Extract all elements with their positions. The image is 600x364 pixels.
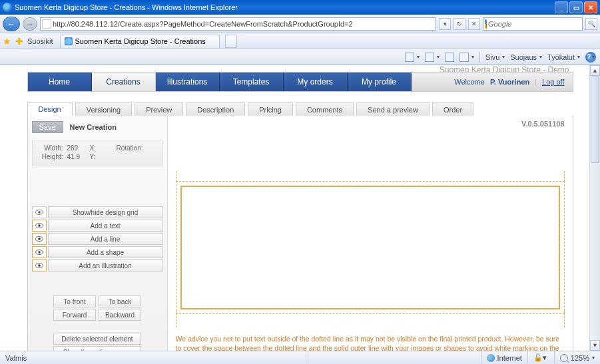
address-input[interactable] — [53, 20, 434, 28]
add-text-button[interactable]: Add a text — [48, 220, 163, 232]
refresh-button[interactable]: ↻ — [453, 18, 465, 30]
print-menu[interactable] — [459, 53, 474, 62]
nav-creations[interactable]: Creations — [92, 73, 156, 91]
advice-text: We advice you not to put text outside of… — [176, 334, 565, 351]
backward-button[interactable]: Backward — [99, 309, 141, 321]
delete-element-button[interactable]: Delete selected element — [53, 333, 141, 345]
bleed-guide-extension — [176, 310, 565, 327]
print-icon — [459, 53, 469, 62]
width-label: Width: — [38, 144, 63, 152]
logoff-link[interactable]: Log off — [542, 78, 564, 86]
browser-nav-toolbar: ← → ▾ ↻ ✕ 🔍 — [0, 15, 600, 33]
nav-myprofile[interactable]: My profile — [348, 73, 412, 91]
subtabs: Design Versioning Preview Description Pr… — [27, 102, 573, 116]
line-visibility-toggle[interactable] — [32, 233, 47, 245]
store-demo-label: Suomen Kerta Digicup Store - Demo — [27, 65, 573, 72]
x-label: X: — [90, 144, 99, 152]
tools-menu[interactable]: Työkalut — [547, 53, 580, 61]
add-line-button[interactable]: Add a line — [48, 233, 163, 245]
height-label: Height: — [38, 153, 63, 160]
add-illustration-button[interactable]: Add an illustration — [48, 260, 163, 272]
save-button[interactable]: Save — [32, 121, 63, 133]
illustration-visibility-toggle[interactable] — [32, 260, 47, 272]
tab-description[interactable]: Description — [186, 102, 245, 116]
tab-preview[interactable]: Preview — [135, 102, 183, 116]
stop-button[interactable]: ✕ — [468, 18, 480, 30]
grid-visibility-toggle[interactable] — [32, 206, 47, 218]
address-bar[interactable] — [40, 17, 436, 31]
scroll-down-arrow[interactable]: ▼ — [590, 340, 600, 351]
window-maximize-button[interactable]: ▭ — [569, 1, 583, 13]
nav-illustrations[interactable]: Illustrations — [156, 73, 220, 91]
svg-point-7 — [38, 251, 41, 254]
scroll-thumb[interactable] — [591, 77, 599, 163]
page-menu[interactable]: Sivu — [485, 53, 505, 61]
text-visibility-toggle[interactable] — [32, 220, 47, 232]
separator: | — [535, 78, 537, 86]
width-value: 269 — [67, 144, 86, 152]
tab-sendpreview[interactable]: Send a preview — [356, 102, 430, 116]
search-box[interactable] — [483, 17, 583, 31]
shape-visibility-toggle[interactable] — [32, 246, 47, 258]
page-icon — [42, 19, 51, 29]
add-shape-button[interactable]: Add a shape — [48, 246, 163, 258]
favorites-bar: ★ ✚ Suosikit Suomen Kerta Digicup Store … — [0, 33, 600, 49]
tab-pricing[interactable]: Pricing — [248, 102, 293, 116]
scroll-up-arrow[interactable]: ▲ — [590, 65, 600, 76]
feeds-menu[interactable] — [425, 53, 440, 62]
to-front-button[interactable]: To front — [53, 295, 96, 307]
add-favorite-icon[interactable]: ✚ — [15, 36, 23, 47]
nav-home[interactable]: Home — [28, 73, 92, 91]
addressbar-dropdown[interactable]: ▾ — [439, 18, 451, 30]
canvas-wrapper — [176, 181, 565, 327]
tab-order[interactable]: Order — [432, 102, 473, 116]
y-label: Y: — [90, 153, 99, 160]
search-go-button[interactable]: 🔍 — [585, 18, 597, 30]
creation-title: New Creation — [70, 123, 117, 131]
window-close-button[interactable]: ✕ — [584, 1, 597, 13]
username: P. Vuorinen — [490, 78, 529, 86]
forward-button[interactable]: Forward — [53, 309, 96, 321]
tab-versioning[interactable]: Versioning — [75, 102, 132, 116]
command-bar: Sivu Suojaus Työkalut ? — [0, 49, 600, 65]
svg-point-5 — [38, 238, 41, 240]
new-tab-button[interactable] — [225, 35, 237, 48]
ie-icon — [3, 3, 12, 12]
browser-viewport: Suomen Kerta Digicup Store - Demo Home C… — [0, 65, 600, 351]
design-tools-panel: Save New Creation Width: 269 X: Rotation… — [28, 116, 168, 351]
to-back-button[interactable]: To back — [99, 295, 141, 307]
forward-button[interactable]: → — [23, 17, 37, 31]
favorites-star-icon[interactable]: ★ — [3, 36, 11, 47]
svg-point-1 — [38, 211, 41, 214]
help-button[interactable]: ? — [585, 52, 596, 63]
window-minimize-button[interactable]: _ — [555, 1, 568, 13]
work-area: Save New Creation Width: 269 X: Rotation… — [27, 116, 573, 351]
search-input[interactable] — [488, 20, 581, 28]
google-icon — [485, 19, 487, 29]
back-button[interactable]: ← — [3, 17, 20, 31]
height-value: 41.9 — [67, 153, 86, 160]
home-icon — [405, 53, 414, 62]
showhide-grid-button[interactable]: Show/hide design grid — [48, 206, 163, 218]
main-nav: Home Creations Illustrations Templates M… — [27, 72, 573, 92]
nav-templates[interactable]: Templates — [220, 73, 284, 91]
favorites-label[interactable]: Suosikit — [27, 37, 53, 45]
mail-icon — [445, 53, 454, 62]
tab-design[interactable]: Design — [27, 102, 73, 116]
browser-tab[interactable]: Suomen Kerta Digicup Store - Creations — [60, 35, 220, 48]
vertical-scrollbar[interactable]: ▲ ▼ — [589, 65, 600, 351]
nav-myorders[interactable]: My orders — [284, 73, 348, 91]
page-content: Suomen Kerta Digicup Store - Demo Home C… — [27, 65, 573, 351]
welcome-area: Welcome P. Vuorinen | Log off — [412, 73, 573, 91]
dimensions-panel: Width: 269 X: Rotation: Height: 41.9 Y: — [32, 140, 163, 166]
safety-menu[interactable]: Suojaus — [510, 53, 542, 61]
mail-button[interactable] — [445, 53, 454, 62]
design-canvas[interactable] — [180, 186, 560, 309]
version-label: V.0.5.051108 — [521, 120, 564, 128]
svg-point-3 — [38, 224, 41, 227]
feed-icon — [425, 53, 434, 62]
clear-canvas-button[interactable]: Clear the entire canvas — [53, 346, 141, 351]
rotation-label: Rotation: — [117, 144, 143, 152]
tab-comments[interactable]: Comments — [296, 102, 354, 116]
home-menu[interactable] — [405, 53, 420, 62]
